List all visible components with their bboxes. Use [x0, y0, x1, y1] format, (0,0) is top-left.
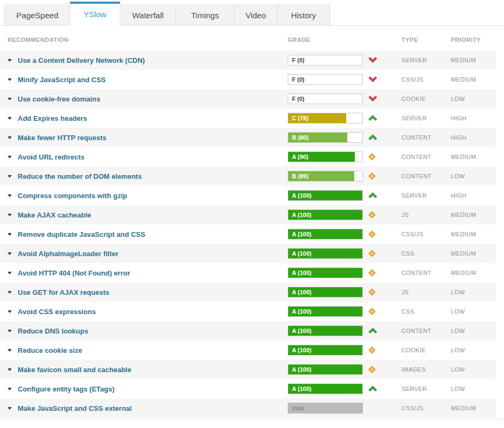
recommendation-link[interactable]: Avoid HTTP 404 (Not Found) error	[18, 269, 130, 277]
recommendation-link[interactable]: Reduce cookie size	[18, 346, 82, 354]
grade-bar: A (100)	[288, 306, 363, 317]
table-row[interactable]: Reduce the number of DOM elements B (89)…	[0, 166, 496, 186]
recommendation-link[interactable]: Make JavaScript and CSS external	[18, 404, 132, 412]
recommendation-cell[interactable]: Remove duplicate JavaScript and CSS	[8, 230, 288, 238]
recommendation-cell[interactable]: Use cookie-free domains	[8, 95, 288, 103]
trend-down-icon	[368, 96, 377, 102]
recommendation-cell[interactable]: Make favicon small and cacheable	[8, 366, 288, 374]
recommendation-link[interactable]: Reduce the number of DOM elements	[18, 172, 142, 180]
recommendation-link[interactable]: Configure entity tags (ETags)	[18, 385, 114, 393]
recommendation-cell[interactable]: Avoid URL redirects	[8, 153, 288, 161]
expand-caret-icon[interactable]	[8, 136, 12, 139]
recommendation-cell[interactable]: Add Expires headers	[8, 114, 288, 122]
expand-caret-icon[interactable]	[8, 98, 12, 100]
table-row[interactable]: Avoid URL redirects A (90) CONTENT MEDIU…	[0, 147, 496, 166]
recommendation-cell[interactable]: Reduce the number of DOM elements	[8, 172, 288, 180]
recommendation-cell[interactable]: Use a Content Delivery Network (CDN)	[8, 56, 288, 64]
tab-label: Timings	[191, 11, 219, 20]
expand-caret-icon[interactable]	[8, 214, 12, 216]
tab-label: Video	[245, 11, 266, 20]
expand-caret-icon[interactable]	[8, 78, 12, 81]
table-row[interactable]: Use cookie-free domains F (0) COOKIE LOW	[0, 89, 496, 108]
recommendation-link[interactable]: Reduce DNS lookups	[18, 327, 88, 335]
tab-waterfall[interactable]: Waterfall	[120, 4, 176, 25]
table-row[interactable]: Make favicon small and cacheable A (100)…	[0, 360, 496, 379]
recommendation-link[interactable]: Use a Content Delivery Network (CDN)	[18, 56, 145, 64]
expand-caret-icon[interactable]	[8, 388, 12, 390]
table-row[interactable]: Minify JavaScript and CSS F (0) CSS/JS M…	[0, 70, 496, 89]
tab-timings[interactable]: Timings	[176, 4, 235, 25]
expand-caret-icon[interactable]	[8, 175, 12, 178]
tab-pagespeed[interactable]: PageSpeed	[4, 4, 70, 25]
expand-caret-icon[interactable]	[8, 156, 12, 158]
priority-cell: HIGH	[451, 134, 496, 141]
priority-cell: MEDIUM	[451, 154, 496, 160]
recommendation-cell[interactable]: Make fewer HTTP requests	[8, 134, 288, 142]
recommendation-link[interactable]: Compress components with gzip	[18, 192, 127, 200]
table-row[interactable]: Reduce DNS lookups A (100) CONTENT LOW	[0, 321, 496, 340]
recommendation-link[interactable]: Use GET for AJAX requests	[18, 288, 109, 296]
recommendation-cell[interactable]: Avoid CSS expressions	[8, 308, 288, 316]
table-row[interactable]: Reduce cookie size A (100) COOKIE LOW	[0, 340, 496, 360]
grade-label: A (100)	[292, 384, 311, 394]
table-row[interactable]: Avoid CSS expressions A (100) CSS LOW	[0, 302, 496, 321]
recommendation-table: Use a Content Delivery Network (CDN) F (…	[0, 50, 504, 418]
tab-history[interactable]: History	[277, 4, 330, 25]
expand-caret-icon[interactable]	[8, 252, 12, 255]
expand-caret-icon[interactable]	[8, 407, 12, 410]
priority-cell: HIGH	[451, 115, 496, 121]
recommendation-cell[interactable]: Make JavaScript and CSS external	[8, 404, 288, 412]
table-row[interactable]: Make AJAX cacheable A (100) JS MEDIUM	[0, 205, 496, 224]
table-row[interactable]: Make fewer HTTP requests B (80) CONTENT …	[0, 128, 496, 147]
expand-caret-icon[interactable]	[8, 117, 12, 120]
recommendation-cell[interactable]: Configure entity tags (ETags)	[8, 385, 288, 393]
priority-cell: LOW	[451, 308, 496, 315]
recommendation-link[interactable]: Make favicon small and cacheable	[18, 366, 132, 374]
recommendation-cell[interactable]: Use GET for AJAX requests	[8, 288, 288, 296]
table-row[interactable]: Make JavaScript and CSS external (n/a) C…	[0, 398, 496, 418]
table-row[interactable]: Avoid AlphaImageLoader filter A (100) CS…	[0, 244, 496, 263]
expand-caret-icon[interactable]	[8, 330, 12, 332]
recommendation-link[interactable]: Make AJAX cacheable	[18, 211, 91, 219]
trend-cell	[363, 96, 401, 102]
recommendation-cell[interactable]: Reduce DNS lookups	[8, 327, 288, 335]
recommendation-cell[interactable]: Avoid AlphaImageLoader filter	[8, 250, 288, 258]
recommendation-cell[interactable]: Minify JavaScript and CSS	[8, 76, 288, 84]
trend-up-icon	[368, 328, 377, 334]
expand-caret-icon[interactable]	[8, 194, 12, 197]
priority-cell: HIGH	[451, 192, 496, 199]
tab-yslow[interactable]: YSlow	[70, 2, 120, 26]
trend-cell	[363, 288, 401, 296]
recommendation-link[interactable]: Make fewer HTTP requests	[18, 134, 106, 142]
grade-label: F (0)	[292, 75, 304, 85]
recommendation-link[interactable]: Add Expires headers	[18, 114, 87, 122]
recommendation-link[interactable]: Avoid URL redirects	[18, 153, 84, 161]
recommendation-link[interactable]: Remove duplicate JavaScript and CSS	[18, 230, 145, 238]
table-row[interactable]: Compress components with gzip A (100) SE…	[0, 186, 496, 205]
table-row[interactable]: Remove duplicate JavaScript and CSS A (1…	[0, 224, 496, 244]
table-row[interactable]: Configure entity tags (ETags) A (100) SE…	[0, 379, 496, 398]
recommendation-link[interactable]: Avoid CSS expressions	[18, 308, 96, 316]
expand-caret-icon[interactable]	[8, 291, 12, 294]
recommendation-cell[interactable]: Reduce cookie size	[8, 346, 288, 354]
recommendation-link[interactable]: Minify JavaScript and CSS	[18, 76, 106, 84]
priority-cell: MEDIUM	[451, 231, 496, 237]
table-row[interactable]: Use a Content Delivery Network (CDN) F (…	[0, 50, 496, 70]
recommendation-cell[interactable]: Avoid HTTP 404 (Not Found) error	[8, 269, 288, 277]
table-row[interactable]: Add Expires headers C (78) SERVER HIGH	[0, 108, 496, 128]
recommendation-cell[interactable]: Compress components with gzip	[8, 192, 288, 200]
expand-caret-icon[interactable]	[8, 272, 12, 274]
expand-caret-icon[interactable]	[8, 233, 12, 236]
recommendation-link[interactable]: Avoid AlphaImageLoader filter	[18, 250, 119, 258]
tab-video[interactable]: Video	[234, 4, 277, 25]
grade-label: A (100)	[292, 229, 311, 240]
recommendation-link[interactable]: Use cookie-free domains	[18, 95, 100, 103]
expand-caret-icon[interactable]	[8, 368, 12, 371]
header-recommendation: RECOMMENDATION	[8, 37, 288, 43]
table-row[interactable]: Use GET for AJAX requests A (100) JS LOW	[0, 282, 496, 302]
recommendation-cell[interactable]: Make AJAX cacheable	[8, 211, 288, 219]
expand-caret-icon[interactable]	[8, 59, 12, 62]
expand-caret-icon[interactable]	[8, 310, 12, 313]
expand-caret-icon[interactable]	[8, 349, 12, 352]
table-row[interactable]: Avoid HTTP 404 (Not Found) error A (100)…	[0, 263, 496, 282]
